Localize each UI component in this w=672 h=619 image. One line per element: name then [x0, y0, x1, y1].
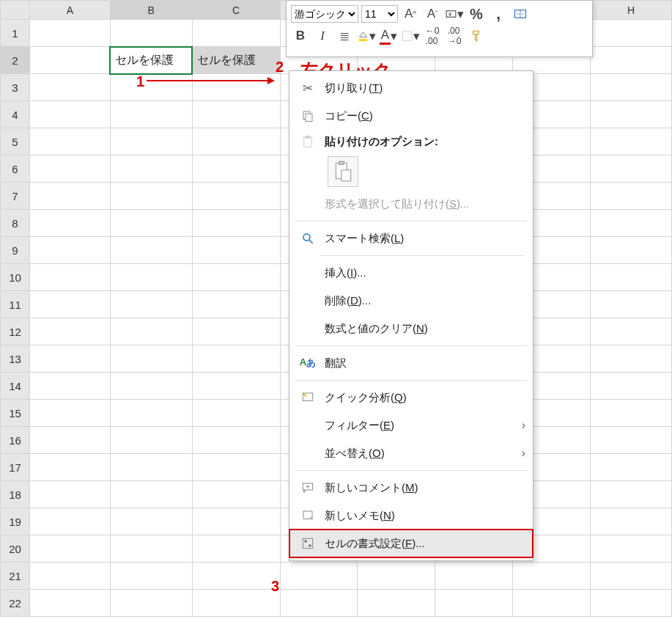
note-icon [300, 509, 316, 522]
paste-option-default[interactable] [328, 156, 358, 187]
scissors-icon: ✂ [300, 81, 316, 96]
menu-translate[interactable]: Aあ 翻訳 [289, 349, 533, 377]
row-header[interactable]: 21 [1, 563, 30, 590]
italic-button[interactable]: I [313, 26, 332, 45]
row-header[interactable]: 11 [1, 291, 30, 318]
chevron-right-icon: › [522, 419, 525, 432]
format-cells-icon [300, 537, 316, 550]
row-header[interactable]: 13 [1, 345, 30, 373]
row-header[interactable]: 15 [1, 400, 30, 427]
annotation-3: 3 [271, 578, 279, 595]
svg-rect-24 [309, 545, 311, 547]
svg-rect-7 [402, 32, 412, 41]
increase-decimal-icon[interactable]: ←0.00 [423, 26, 442, 45]
menu-new-note[interactable]: 新しいメモ(N) [289, 502, 533, 530]
comment-icon [300, 481, 316, 494]
col-header-H[interactable]: H [591, 1, 672, 20]
accounting-format-icon[interactable]: ¥▾ [445, 4, 464, 23]
font-color-icon[interactable]: A▾ [379, 26, 398, 45]
cell-B2[interactable]: セルを保護 [110, 47, 192, 74]
row-header[interactable]: 18 [1, 481, 30, 508]
col-header-A[interactable]: A [29, 1, 110, 20]
search-icon [300, 232, 316, 245]
row-header[interactable]: 1 [1, 20, 30, 47]
bold-button[interactable]: B [291, 26, 310, 45]
row-header[interactable]: 22 [1, 590, 30, 617]
svg-point-15 [303, 234, 310, 241]
svg-rect-13 [339, 161, 344, 164]
cell-C2[interactable]: セルを保護 [192, 47, 280, 74]
svg-text:¥: ¥ [448, 11, 452, 18]
annotation-1: 1 [136, 73, 144, 90]
context-menu: ✂ 切り取り(T) コピー(C) 貼り付けのオプション: 形式を選択して貼り付け… [289, 70, 533, 561]
row-header[interactable]: 9 [1, 237, 30, 264]
svg-line-16 [309, 240, 313, 243]
row-header[interactable]: 2 [1, 47, 30, 74]
copy-icon [300, 109, 316, 122]
menu-sort[interactable]: 並べ替え(O) › [289, 439, 533, 467]
svg-rect-22 [303, 538, 313, 549]
svg-rect-23 [305, 541, 307, 543]
row-header[interactable]: 20 [1, 535, 30, 563]
chevron-right-icon: › [522, 447, 525, 460]
row-header[interactable]: 4 [1, 101, 30, 128]
row-header[interactable]: 19 [1, 508, 30, 535]
menu-filter[interactable]: フィルター(E) › [289, 411, 533, 439]
row-header[interactable]: 17 [1, 454, 30, 481]
row-header[interactable]: 7 [1, 183, 30, 210]
menu-delete[interactable]: 削除(D)... [289, 287, 533, 315]
svg-rect-14 [341, 170, 351, 181]
fill-color-icon[interactable]: ▾ [357, 26, 376, 45]
decrease-decimal-icon[interactable]: .00→0 [445, 26, 464, 45]
row-header[interactable]: 8 [1, 210, 30, 237]
menu-new-comment[interactable]: 新しいコメント(M) [289, 474, 533, 502]
row-header[interactable]: 12 [1, 318, 30, 345]
font-size-select[interactable]: 11 [361, 5, 398, 23]
menu-paste-special: 形式を選択して貼り付け(S)... [289, 190, 533, 218]
percent-icon[interactable]: % [467, 4, 486, 23]
svg-rect-9 [306, 114, 312, 122]
clipboard-icon [300, 135, 316, 148]
menu-cut[interactable]: ✂ 切り取り(T) [289, 74, 533, 102]
menu-quick-analysis[interactable]: クイック分析(Q) [289, 384, 533, 411]
merge-center-icon[interactable] [511, 4, 530, 23]
comma-icon[interactable]: , [489, 4, 508, 23]
menu-insert[interactable]: 挿入(I)... [289, 259, 533, 287]
mini-toolbar: 游ゴシック 11 A^ Aˇ ¥▾ % , B I ≣ ▾ A▾ ▾ ←0.00… [286, 0, 593, 57]
select-all-corner[interactable] [1, 1, 30, 20]
worksheet-area: A B C H 1 2 セルを保護 セルを保護 3 4 5 6 7 8 9 10… [0, 0, 672, 619]
increase-font-icon[interactable]: A^ [401, 4, 420, 23]
font-name-select[interactable]: 游ゴシック [291, 5, 358, 23]
menu-copy[interactable]: コピー(C) [289, 102, 533, 130]
format-painter-icon[interactable] [467, 26, 486, 45]
col-header-C[interactable]: C [192, 1, 280, 20]
annotation-2: 2 [276, 59, 284, 76]
translate-icon: Aあ [300, 356, 316, 370]
decrease-font-icon[interactable]: Aˇ [423, 4, 442, 23]
row-header[interactable]: 5 [1, 128, 30, 155]
quick-analysis-icon [300, 391, 316, 404]
svg-rect-6 [359, 39, 367, 41]
svg-rect-10 [304, 137, 312, 147]
annotation-arrow [147, 76, 275, 85]
row-header[interactable]: 6 [1, 155, 30, 183]
row-header[interactable]: 10 [1, 264, 30, 291]
menu-paste-options-label: 貼り付けのオプション: [289, 130, 533, 153]
row-header[interactable]: 16 [1, 427, 30, 454]
svg-marker-1 [267, 77, 275, 84]
menu-format-cells[interactable]: セルの書式設定(F)... [289, 530, 533, 557]
menu-clear-contents[interactable]: 数式と値のクリア(N) [289, 315, 533, 343]
menu-smart-lookup[interactable]: スマート検索(L) [289, 224, 533, 252]
col-header-B[interactable]: B [110, 1, 192, 20]
borders-icon[interactable]: ▾ [401, 26, 420, 45]
row-header[interactable]: 14 [1, 373, 30, 400]
row-header[interactable]: 3 [1, 74, 30, 101]
align-icon[interactable]: ≣ [335, 26, 354, 45]
svg-rect-11 [306, 136, 310, 139]
